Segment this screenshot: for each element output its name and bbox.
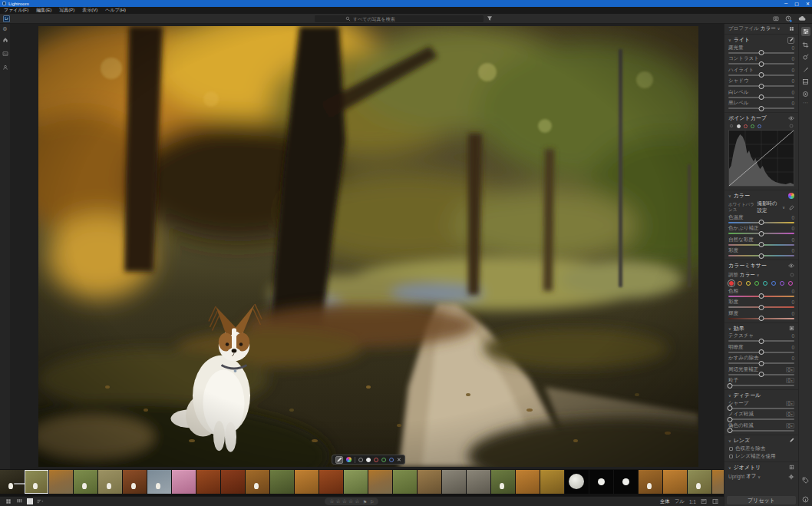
- profile-value-dropdown[interactable]: カラー: [761, 25, 776, 32]
- keyword-tag-icon[interactable]: [802, 477, 809, 484]
- pick-flag-icon[interactable]: ⚑: [363, 499, 367, 504]
- effects-section-header[interactable]: ∨ 効果: [725, 324, 798, 333]
- channel-all-dot[interactable]: [358, 458, 363, 462]
- color-swatch[interactable]: [754, 280, 760, 286]
- info-icon[interactable]: [802, 496, 809, 503]
- detail-section-header[interactable]: ∨ ディテール: [725, 391, 798, 400]
- slider-track[interactable]: [728, 306, 794, 308]
- slider-track[interactable]: [728, 85, 794, 87]
- color-mixer-header[interactable]: カラーミキサー: [725, 261, 798, 270]
- slider-track[interactable]: [728, 408, 794, 409]
- crosshair-icon[interactable]: [788, 474, 794, 480]
- minimize-button[interactable]: ─: [784, 1, 787, 6]
- compact-grid-view-icon[interactable]: [15, 498, 22, 505]
- filmstrip-thumbnail[interactable]: [319, 470, 343, 494]
- slider-knob[interactable]: [759, 231, 764, 236]
- search-input[interactable]: [353, 17, 453, 21]
- curve-channel-blue[interactable]: [758, 124, 761, 128]
- lens-checkbox[interactable]: 色収差を除去: [725, 445, 798, 453]
- filmstrip-thumbnail[interactable]: [516, 470, 540, 494]
- slider-knob[interactable]: [759, 220, 764, 225]
- photo-canvas[interactable]: ✕: [38, 26, 698, 467]
- tone-curve-editor[interactable]: [728, 130, 794, 187]
- slider-knob[interactable]: [727, 428, 732, 433]
- channel-red-dot[interactable]: [374, 458, 378, 462]
- slider-knob[interactable]: [727, 405, 732, 411]
- edit-sliders-icon[interactable]: [801, 27, 810, 36]
- reject-flag-icon[interactable]: ⚐: [370, 499, 374, 504]
- slider-track[interactable]: [728, 97, 794, 98]
- slider-knob[interactable]: [759, 94, 764, 100]
- slider-knob[interactable]: [759, 361, 764, 366]
- curve-channel-green[interactable]: [751, 124, 754, 128]
- filmstrip-thumbnail[interactable]: [565, 470, 589, 494]
- detail-view-icon[interactable]: [26, 498, 33, 505]
- slider-knob[interactable]: [759, 106, 764, 111]
- menu-edit[interactable]: 編集(E): [36, 7, 51, 14]
- mixer-reset-icon[interactable]: [790, 273, 794, 277]
- filmstrip-thumbnail[interactable]: [393, 470, 417, 494]
- color-sampler-icon[interactable]: [346, 457, 352, 462]
- filmstrip-thumbnail[interactable]: [688, 470, 711, 494]
- lens-checkbox[interactable]: レンズ補正を使用: [725, 453, 798, 461]
- filmstrip-thumbnail[interactable]: [712, 470, 724, 494]
- slider-track[interactable]: [728, 385, 794, 386]
- filmstrip-thumbnail[interactable]: [491, 470, 515, 494]
- slider-track[interactable]: [728, 318, 794, 319]
- slider-track[interactable]: [728, 362, 794, 364]
- activity-icon[interactable]: [802, 91, 809, 98]
- curve-reset-icon[interactable]: [789, 124, 794, 128]
- filmstrip-thumbnail[interactable]: [467, 470, 490, 494]
- color-swatch[interactable]: [779, 280, 785, 286]
- slider-track[interactable]: [728, 222, 794, 223]
- star-icon[interactable]: ☆: [329, 498, 334, 504]
- add-photos-icon[interactable]: [773, 15, 779, 21]
- slider-knob[interactable]: [759, 293, 764, 299]
- slider-knob[interactable]: [759, 339, 764, 344]
- point-curve-header[interactable]: ポイントカーブ: [725, 114, 798, 123]
- color-wheel-icon[interactable]: [788, 193, 794, 199]
- color-swatch[interactable]: [762, 280, 768, 286]
- color-swatch[interactable]: [787, 280, 794, 286]
- people-icon[interactable]: [2, 64, 8, 71]
- zoom-fit-button[interactable]: 全体: [660, 498, 670, 505]
- color-swatch[interactable]: [737, 280, 743, 286]
- slider-track[interactable]: [728, 374, 794, 375]
- filmstrip-thumbnail[interactable]: [49, 470, 73, 494]
- slider-track[interactable]: [728, 352, 794, 353]
- healing-brush-icon[interactable]: [802, 54, 809, 61]
- zoom-fill-button[interactable]: フル: [675, 498, 685, 505]
- filmstrip-thumbnail[interactable]: [221, 470, 245, 494]
- color-section-header[interactable]: ∨ カラー: [725, 191, 798, 200]
- profile-browser-icon[interactable]: [789, 26, 794, 31]
- slider-knob[interactable]: [759, 316, 764, 321]
- filmstrip-thumbnail[interactable]: [589, 470, 613, 494]
- targeted-adjustment-icon[interactable]: [729, 124, 734, 128]
- color-swatch[interactable]: [745, 280, 751, 286]
- filmstrip-thumbnail[interactable]: [123, 470, 147, 494]
- geometry-section-header[interactable]: ∨ ジオメトリ: [725, 463, 798, 472]
- channel-green-dot[interactable]: [381, 458, 386, 462]
- channel-blue-dot[interactable]: [389, 458, 394, 462]
- filmstrip-thumbnail[interactable]: [196, 470, 220, 494]
- filmstrip-thumbnail[interactable]: [663, 470, 687, 494]
- geometry-grid-icon[interactable]: [789, 465, 794, 470]
- slider-track[interactable]: [728, 63, 794, 64]
- filmstrip-thumbnail[interactable]: [246, 470, 269, 494]
- home-icon[interactable]: [2, 37, 8, 43]
- grid-view-icon[interactable]: [5, 498, 12, 505]
- curve-channel-red[interactable]: [744, 124, 748, 128]
- slider-track[interactable]: [728, 255, 794, 256]
- menu-photo[interactable]: 写真(P): [59, 7, 74, 14]
- filmstrip-thumbnail[interactable]: [442, 470, 466, 494]
- slider-track[interactable]: [728, 233, 794, 234]
- slider-knob[interactable]: [759, 72, 764, 78]
- slider-knob[interactable]: [727, 383, 732, 389]
- slider-track[interactable]: [728, 430, 794, 432]
- star-icon[interactable]: ☆: [342, 498, 347, 504]
- filmstrip-thumbnail[interactable]: [540, 470, 564, 494]
- split-view-icon[interactable]: [712, 498, 719, 505]
- maximize-button[interactable]: ▢: [794, 1, 799, 6]
- filmstrip-thumbnail[interactable]: [0, 470, 24, 494]
- filmstrip-thumbnail[interactable]: [368, 470, 392, 494]
